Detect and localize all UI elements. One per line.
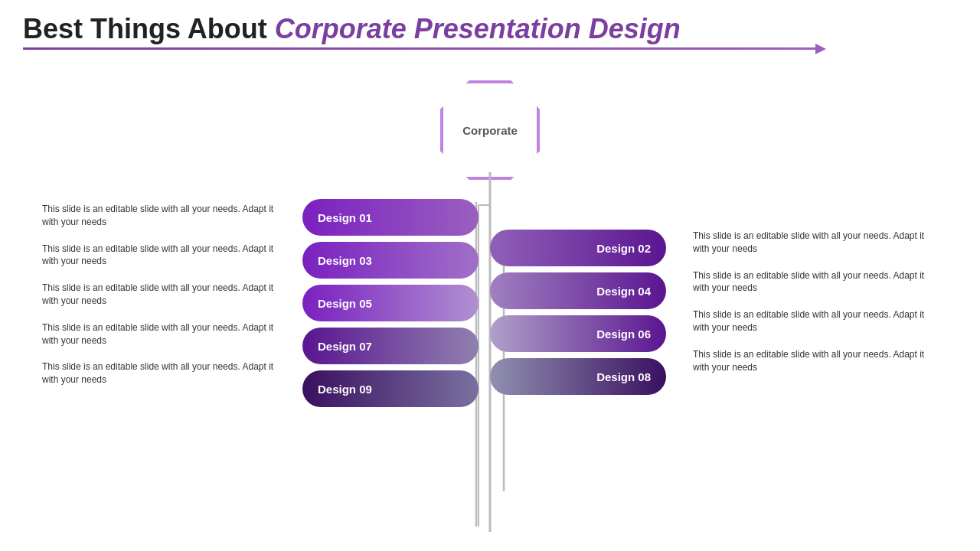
- design-01-label: Design 01: [318, 211, 372, 224]
- design-02-button[interactable]: Design 02: [490, 230, 666, 266]
- right-desc-3: This slide is an editable slide with all…: [693, 308, 938, 334]
- design-09-label: Design 09: [318, 383, 372, 396]
- page-title: Best Things About Corporate Presentation…: [23, 14, 957, 44]
- right-desc-2: This slide is an editable slide with all…: [693, 269, 938, 295]
- design-06-label: Design 06: [596, 328, 651, 341]
- design-04-button[interactable]: Design 04: [490, 272, 666, 309]
- left-desc-5: This slide is an editable slide with all…: [42, 360, 287, 386]
- left-button-panel: Design 01 Design 03 Design 05 Design 07 …: [302, 199, 479, 407]
- design-06-button[interactable]: Design 06: [490, 315, 666, 352]
- design-07-button[interactable]: Design 07: [302, 328, 479, 364]
- left-desc-4: This slide is an editable slide with all…: [42, 321, 287, 347]
- center-label: Corporate: [462, 124, 518, 137]
- center-octagon-container: Corporate: [436, 77, 544, 184]
- right-desc-1: This slide is an editable slide with all…: [693, 230, 938, 256]
- left-desc-1: This slide is an editable slide with all…: [42, 203, 287, 229]
- design-02-label: Design 02: [596, 242, 651, 255]
- right-button-panel: Design 02 Design 04 Design 06 Design 08: [490, 230, 666, 395]
- design-05-label: Design 05: [318, 297, 372, 310]
- design-09-button[interactable]: Design 09: [302, 370, 479, 407]
- right-desc-4: This slide is an editable slide with all…: [693, 348, 938, 374]
- design-08-label: Design 08: [596, 370, 651, 383]
- left-descriptions: This slide is an editable slide with all…: [42, 203, 287, 400]
- design-03-label: Design 03: [318, 254, 372, 267]
- design-05-button[interactable]: Design 05: [302, 285, 479, 321]
- header-underline: [23, 47, 817, 50]
- right-descriptions: This slide is an editable slide with all…: [693, 230, 938, 387]
- design-08-button[interactable]: Design 08: [490, 358, 666, 395]
- design-01-button[interactable]: Design 01: [302, 199, 479, 236]
- title-highlight: Corporate Presentation Design: [275, 13, 681, 44]
- design-04-label: Design 04: [596, 285, 651, 298]
- left-desc-2: This slide is an editable slide with all…: [42, 243, 287, 269]
- center-octagon: Corporate: [440, 80, 540, 180]
- header: Best Things About Corporate Presentation…: [23, 14, 957, 50]
- left-desc-3: This slide is an editable slide with all…: [42, 282, 287, 308]
- design-07-label: Design 07: [318, 340, 372, 353]
- title-plain: Best Things About: [23, 13, 267, 44]
- design-03-button[interactable]: Design 03: [302, 242, 479, 279]
